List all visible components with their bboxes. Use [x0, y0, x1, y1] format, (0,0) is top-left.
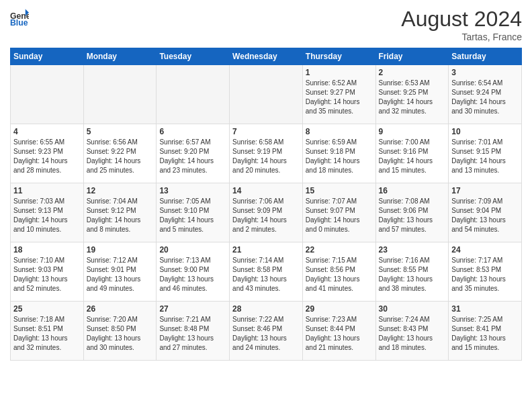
- day-info: Sunrise: 7:08 AM Sunset: 9:06 PM Dayligh…: [379, 197, 446, 234]
- day-number: 16: [379, 186, 446, 195]
- weekday-header-row: SundayMondayTuesdayWednesdayThursdayFrid…: [11, 48, 522, 65]
- day-number: 10: [451, 127, 519, 136]
- calendar-day-cell: [83, 65, 157, 124]
- day-info: Sunrise: 7:01 AM Sunset: 9:15 PM Dayligh…: [451, 138, 519, 175]
- day-number: 23: [379, 245, 446, 255]
- logo-icon: General Blue: [10, 7, 29, 26]
- calendar-day-cell: 7Sunrise: 6:58 AM Sunset: 9:19 PM Daylig…: [230, 124, 303, 183]
- day-info: Sunrise: 7:18 AM Sunset: 8:51 PM Dayligh…: [13, 315, 81, 353]
- day-info: Sunrise: 7:16 AM Sunset: 8:55 PM Dayligh…: [379, 256, 446, 293]
- day-number: 27: [159, 304, 226, 314]
- svg-text:Blue: Blue: [10, 18, 28, 26]
- day-info: Sunrise: 7:00 AM Sunset: 9:16 PM Dayligh…: [379, 138, 446, 175]
- calendar-day-cell: 1Sunrise: 6:52 AM Sunset: 9:27 PM Daylig…: [302, 65, 375, 124]
- day-number: 29: [306, 304, 373, 314]
- day-number: 18: [13, 245, 81, 255]
- calendar-week-row: 18Sunrise: 7:10 AM Sunset: 9:03 PM Dayli…: [11, 242, 522, 302]
- weekday-header: Saturday: [449, 48, 522, 65]
- day-number: 13: [159, 186, 226, 195]
- calendar-table: SundayMondayTuesdayWednesdayThursdayFrid…: [10, 48, 522, 361]
- day-number: 7: [232, 127, 300, 136]
- day-info: Sunrise: 6:55 AM Sunset: 9:23 PM Dayligh…: [13, 138, 81, 175]
- day-info: Sunrise: 7:17 AM Sunset: 8:53 PM Dayligh…: [451, 256, 519, 293]
- weekday-header: Tuesday: [157, 48, 230, 65]
- day-number: 15: [306, 186, 373, 195]
- day-info: Sunrise: 6:57 AM Sunset: 9:20 PM Dayligh…: [159, 138, 226, 175]
- calendar-day-cell: 2Sunrise: 6:53 AM Sunset: 9:25 PM Daylig…: [375, 65, 449, 124]
- day-info: Sunrise: 7:07 AM Sunset: 9:07 PM Dayligh…: [306, 197, 373, 234]
- calendar-day-cell: 24Sunrise: 7:17 AM Sunset: 8:53 PM Dayli…: [449, 242, 522, 302]
- day-info: Sunrise: 7:09 AM Sunset: 9:04 PM Dayligh…: [451, 197, 519, 234]
- calendar-day-cell: 15Sunrise: 7:07 AM Sunset: 9:07 PM Dayli…: [302, 183, 375, 242]
- weekday-header: Monday: [83, 48, 157, 65]
- calendar-week-row: 25Sunrise: 7:18 AM Sunset: 8:51 PM Dayli…: [11, 302, 522, 361]
- day-number: 19: [87, 245, 154, 255]
- day-info: Sunrise: 7:06 AM Sunset: 9:09 PM Dayligh…: [232, 197, 300, 234]
- day-info: Sunrise: 6:59 AM Sunset: 9:18 PM Dayligh…: [306, 138, 373, 175]
- calendar-day-cell: 9Sunrise: 7:00 AM Sunset: 9:16 PM Daylig…: [375, 124, 449, 183]
- calendar-day-cell: 27Sunrise: 7:21 AM Sunset: 8:48 PM Dayli…: [157, 302, 230, 361]
- day-info: Sunrise: 7:22 AM Sunset: 8:46 PM Dayligh…: [232, 315, 300, 353]
- day-info: Sunrise: 7:14 AM Sunset: 8:58 PM Dayligh…: [232, 256, 300, 293]
- day-info: Sunrise: 6:58 AM Sunset: 9:19 PM Dayligh…: [232, 138, 300, 175]
- day-info: Sunrise: 7:10 AM Sunset: 9:03 PM Dayligh…: [13, 256, 81, 293]
- day-number: 12: [87, 186, 154, 195]
- page-header: General Blue August 2024 Tartas, France: [10, 7, 522, 42]
- calendar-day-cell: 19Sunrise: 7:12 AM Sunset: 9:01 PM Dayli…: [83, 242, 157, 302]
- day-number: 1: [306, 68, 373, 77]
- calendar-day-cell: 6Sunrise: 6:57 AM Sunset: 9:20 PM Daylig…: [157, 124, 230, 183]
- day-number: 30: [379, 304, 446, 314]
- day-info: Sunrise: 7:03 AM Sunset: 9:13 PM Dayligh…: [13, 197, 81, 234]
- day-info: Sunrise: 6:53 AM Sunset: 9:25 PM Dayligh…: [379, 79, 446, 116]
- day-info: Sunrise: 7:13 AM Sunset: 9:00 PM Dayligh…: [159, 256, 226, 293]
- day-number: 5: [87, 127, 154, 136]
- day-number: 24: [451, 245, 519, 255]
- weekday-header: Friday: [375, 48, 449, 65]
- day-info: Sunrise: 7:23 AM Sunset: 8:44 PM Dayligh…: [306, 315, 373, 353]
- calendar-day-cell: 28Sunrise: 7:22 AM Sunset: 8:46 PM Dayli…: [230, 302, 303, 361]
- day-info: Sunrise: 6:54 AM Sunset: 9:24 PM Dayligh…: [451, 79, 519, 116]
- location: Tartas, France: [401, 32, 522, 42]
- weekday-header: Sunday: [11, 48, 84, 65]
- calendar-day-cell: 21Sunrise: 7:14 AM Sunset: 8:58 PM Dayli…: [230, 242, 303, 302]
- calendar-day-cell: [11, 65, 84, 124]
- day-info: Sunrise: 7:25 AM Sunset: 8:41 PM Dayligh…: [451, 315, 519, 353]
- calendar-day-cell: 18Sunrise: 7:10 AM Sunset: 9:03 PM Dayli…: [11, 242, 84, 302]
- day-info: Sunrise: 7:05 AM Sunset: 9:10 PM Dayligh…: [159, 197, 226, 234]
- calendar-day-cell: [230, 65, 303, 124]
- calendar-day-cell: 8Sunrise: 6:59 AM Sunset: 9:18 PM Daylig…: [302, 124, 375, 183]
- day-number: 11: [13, 186, 81, 195]
- calendar-day-cell: 25Sunrise: 7:18 AM Sunset: 8:51 PM Dayli…: [11, 302, 84, 361]
- calendar-day-cell: 3Sunrise: 6:54 AM Sunset: 9:24 PM Daylig…: [449, 65, 522, 124]
- calendar-day-cell: 30Sunrise: 7:24 AM Sunset: 8:43 PM Dayli…: [375, 302, 449, 361]
- day-number: 22: [306, 245, 373, 255]
- weekday-header: Thursday: [302, 48, 375, 65]
- day-number: 3: [451, 68, 519, 77]
- day-number: 31: [451, 304, 519, 314]
- month-year: August 2024: [401, 7, 522, 32]
- day-info: Sunrise: 7:15 AM Sunset: 8:56 PM Dayligh…: [306, 256, 373, 293]
- calendar-day-cell: 10Sunrise: 7:01 AM Sunset: 9:15 PM Dayli…: [449, 124, 522, 183]
- calendar-day-cell: 26Sunrise: 7:20 AM Sunset: 8:50 PM Dayli…: [83, 302, 157, 361]
- day-info: Sunrise: 7:21 AM Sunset: 8:48 PM Dayligh…: [159, 315, 226, 353]
- day-number: 9: [379, 127, 446, 136]
- day-info: Sunrise: 6:56 AM Sunset: 9:22 PM Dayligh…: [87, 138, 154, 175]
- calendar-day-cell: 17Sunrise: 7:09 AM Sunset: 9:04 PM Dayli…: [449, 183, 522, 242]
- day-info: Sunrise: 7:04 AM Sunset: 9:12 PM Dayligh…: [87, 197, 154, 234]
- calendar-day-cell: 14Sunrise: 7:06 AM Sunset: 9:09 PM Dayli…: [230, 183, 303, 242]
- calendar-day-cell: 20Sunrise: 7:13 AM Sunset: 9:00 PM Dayli…: [157, 242, 230, 302]
- day-number: 14: [232, 186, 300, 195]
- calendar-day-cell: 22Sunrise: 7:15 AM Sunset: 8:56 PM Dayli…: [302, 242, 375, 302]
- calendar-day-cell: 23Sunrise: 7:16 AM Sunset: 8:55 PM Dayli…: [375, 242, 449, 302]
- day-info: Sunrise: 7:12 AM Sunset: 9:01 PM Dayligh…: [87, 256, 154, 293]
- calendar-week-row: 4Sunrise: 6:55 AM Sunset: 9:23 PM Daylig…: [11, 124, 522, 183]
- calendar-day-cell: [157, 65, 230, 124]
- calendar-day-cell: 11Sunrise: 7:03 AM Sunset: 9:13 PM Dayli…: [11, 183, 84, 242]
- day-number: 6: [159, 127, 226, 136]
- day-number: 17: [451, 186, 519, 195]
- day-info: Sunrise: 6:52 AM Sunset: 9:27 PM Dayligh…: [306, 79, 373, 116]
- day-number: 25: [13, 304, 81, 314]
- day-info: Sunrise: 7:20 AM Sunset: 8:50 PM Dayligh…: [87, 315, 154, 353]
- day-number: 20: [159, 245, 226, 255]
- day-number: 26: [87, 304, 154, 314]
